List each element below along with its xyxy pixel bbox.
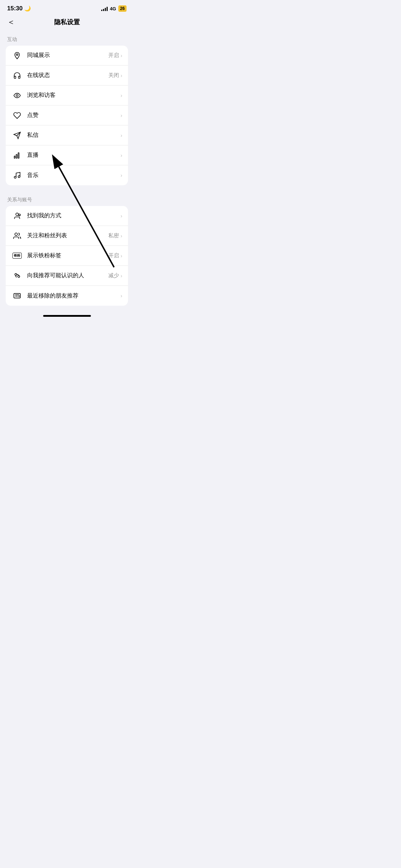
- chevron-icon: ›: [120, 73, 122, 78]
- follow-fans-label: 关注和粉丝列表: [27, 232, 108, 239]
- local-show-label: 同城展示: [27, 52, 108, 59]
- message-icon: [11, 131, 23, 139]
- online-status-label: 在线状态: [27, 72, 108, 79]
- row-find-me[interactable]: 找到我的方式 ›: [6, 206, 128, 226]
- local-show-value: 开启: [108, 52, 119, 59]
- chevron-icon: ›: [120, 93, 122, 98]
- back-button[interactable]: ＜: [7, 17, 15, 27]
- chevron-icon: ›: [120, 133, 122, 138]
- live-stream-label: 直播: [27, 151, 120, 159]
- recommend-icon: [11, 272, 23, 280]
- section-header-interaction: 互动: [0, 31, 134, 46]
- signal-icon: [101, 6, 108, 11]
- chevron-icon: ›: [120, 53, 122, 58]
- battery-indicator: 26: [118, 5, 127, 12]
- network-type: 4G: [110, 6, 116, 11]
- relations-card: 找到我的方式 › 关注和粉丝列表 私密 › 铁粉 展示铁粉标签 开启 ›: [6, 206, 128, 306]
- svg-point-5: [14, 176, 16, 179]
- private-message-label: 私信: [27, 131, 120, 139]
- recommend-people-label: 向我推荐可能认识的人: [27, 272, 108, 279]
- row-private-message[interactable]: 私信 ›: [6, 125, 128, 145]
- svg-point-9: [15, 233, 17, 235]
- svg-point-11: [18, 275, 20, 278]
- chevron-icon: ›: [120, 253, 122, 259]
- iron-fan-icon: 铁粉: [11, 253, 23, 259]
- eye-icon: [11, 92, 23, 99]
- moon-icon: 🌙: [24, 5, 31, 12]
- follow-fans-value: 私密: [108, 232, 119, 239]
- row-recommend-people[interactable]: 向我推荐可能认识的人 减少 ›: [6, 266, 128, 286]
- online-status-value: 关闭: [108, 72, 119, 79]
- iron-fan-value: 开启: [108, 252, 119, 259]
- removed-friends-icon: [11, 292, 23, 300]
- row-iron-fan[interactable]: 铁粉 展示铁粉标签 开启 ›: [6, 246, 128, 266]
- svg-rect-2: [14, 156, 15, 158]
- chevron-icon: ›: [120, 172, 122, 178]
- location-icon: [11, 52, 23, 60]
- chevron-icon: ›: [120, 293, 122, 299]
- row-follow-fans[interactable]: 关注和粉丝列表 私密 ›: [6, 226, 128, 246]
- status-time: 15:30 🌙: [7, 5, 31, 12]
- chevron-icon: ›: [120, 113, 122, 118]
- headphone-icon: [11, 72, 23, 79]
- row-music[interactable]: 音乐 ›: [6, 165, 128, 185]
- row-live-stream[interactable]: 直播 ›: [6, 145, 128, 165]
- removed-friends-label: 最近移除的朋友推荐: [27, 292, 120, 300]
- chevron-icon: ›: [120, 233, 122, 239]
- find-me-label: 找到我的方式: [27, 212, 120, 219]
- svg-rect-4: [18, 153, 19, 158]
- row-removed-friends[interactable]: 最近移除的朋友推荐 ›: [6, 286, 128, 306]
- recommend-people-value: 减少: [108, 272, 119, 279]
- find-icon: [11, 212, 23, 220]
- row-browse-visitors[interactable]: 浏览和访客 ›: [6, 86, 128, 105]
- section-header-relations: 关系与账号: [0, 191, 134, 206]
- svg-point-10: [15, 273, 17, 275]
- music-icon: [11, 171, 23, 179]
- home-bar: [43, 315, 91, 317]
- svg-point-7: [16, 213, 18, 215]
- svg-point-6: [18, 176, 20, 178]
- status-bar: 15:30 🌙 4G 26: [0, 0, 134, 15]
- svg-point-0: [16, 53, 18, 55]
- likes-label: 点赞: [27, 112, 120, 119]
- status-right: 4G 26: [101, 5, 127, 12]
- iron-fan-label: 展示铁粉标签: [27, 252, 108, 259]
- row-likes[interactable]: 点赞 ›: [6, 105, 128, 125]
- home-indicator: [0, 311, 134, 320]
- interaction-card: 同城展示 开启 › 在线状态 关闭 › 浏览和访客 ›: [6, 46, 128, 185]
- browse-visitors-label: 浏览和访客: [27, 92, 120, 99]
- music-label: 音乐: [27, 172, 120, 179]
- page-title: 隐私设置: [54, 18, 80, 26]
- row-local-show[interactable]: 同城展示 开启 ›: [6, 46, 128, 66]
- live-icon: [11, 151, 23, 159]
- heart-icon: [11, 112, 23, 119]
- svg-rect-3: [16, 154, 17, 158]
- nav-bar: ＜ 隐私设置: [0, 15, 134, 31]
- chevron-icon: ›: [120, 273, 122, 279]
- follow-icon: [11, 232, 23, 240]
- svg-point-1: [16, 94, 18, 97]
- chevron-icon: ›: [120, 213, 122, 219]
- row-online-status[interactable]: 在线状态 关闭 ›: [6, 66, 128, 86]
- chevron-icon: ›: [120, 153, 122, 158]
